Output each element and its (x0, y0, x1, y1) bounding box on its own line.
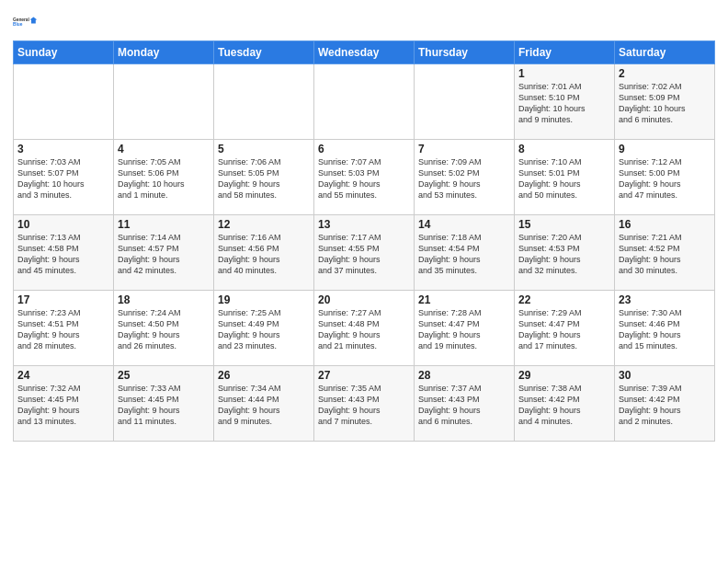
day-info: Sunrise: 7:06 AM Sunset: 5:05 PM Dayligh… (218, 156, 310, 201)
day-cell (14, 64, 114, 140)
day-info: Sunrise: 7:32 AM Sunset: 4:45 PM Dayligh… (17, 383, 109, 428)
day-info: Sunrise: 7:17 AM Sunset: 4:55 PM Dayligh… (318, 232, 410, 277)
day-cell: 2Sunrise: 7:02 AM Sunset: 5:09 PM Daylig… (615, 64, 715, 140)
day-cell: 15Sunrise: 7:20 AM Sunset: 4:53 PM Dayli… (515, 215, 615, 291)
day-info: Sunrise: 7:21 AM Sunset: 4:52 PM Dayligh… (619, 232, 711, 277)
day-cell: 13Sunrise: 7:17 AM Sunset: 4:55 PM Dayli… (314, 215, 415, 291)
day-cell: 12Sunrise: 7:16 AM Sunset: 4:56 PM Dayli… (214, 215, 314, 291)
day-info: Sunrise: 7:20 AM Sunset: 4:53 PM Dayligh… (518, 232, 610, 277)
day-info: Sunrise: 7:16 AM Sunset: 4:56 PM Dayligh… (218, 232, 310, 277)
day-info: Sunrise: 7:30 AM Sunset: 4:46 PM Dayligh… (619, 307, 711, 352)
page-header: General Blue (13, 9, 715, 35)
day-cell: 30Sunrise: 7:39 AM Sunset: 4:42 PM Dayli… (615, 366, 715, 442)
day-info: Sunrise: 7:03 AM Sunset: 5:07 PM Dayligh… (17, 156, 109, 201)
week-row-4: 17Sunrise: 7:23 AM Sunset: 4:51 PM Dayli… (14, 291, 715, 366)
calendar-table: SundayMondayTuesdayWednesdayThursdayFrid… (13, 40, 715, 442)
day-number: 15 (518, 218, 610, 231)
day-number: 17 (17, 293, 109, 306)
day-number: 27 (318, 369, 410, 382)
svg-text:Blue: Blue (13, 22, 23, 27)
day-number: 18 (118, 293, 210, 306)
weekday-header-sunday: Sunday (14, 41, 114, 64)
day-cell: 6Sunrise: 7:07 AM Sunset: 5:03 PM Daylig… (314, 140, 415, 215)
day-info: Sunrise: 7:01 AM Sunset: 5:10 PM Dayligh… (518, 81, 610, 126)
day-number: 6 (318, 143, 410, 155)
day-number: 20 (318, 293, 410, 306)
day-info: Sunrise: 7:39 AM Sunset: 4:42 PM Dayligh… (619, 383, 711, 428)
day-cell: 9Sunrise: 7:12 AM Sunset: 5:00 PM Daylig… (615, 140, 715, 215)
day-info: Sunrise: 7:35 AM Sunset: 4:43 PM Dayligh… (318, 383, 410, 428)
weekday-header-friday: Friday (515, 41, 615, 64)
day-info: Sunrise: 7:34 AM Sunset: 4:44 PM Dayligh… (218, 383, 310, 428)
day-cell: 19Sunrise: 7:25 AM Sunset: 4:49 PM Dayli… (214, 291, 314, 366)
day-number: 22 (518, 293, 610, 306)
day-info: Sunrise: 7:18 AM Sunset: 4:54 PM Dayligh… (418, 232, 510, 277)
day-info: Sunrise: 7:09 AM Sunset: 5:02 PM Dayligh… (418, 156, 510, 201)
week-row-3: 10Sunrise: 7:13 AM Sunset: 4:58 PM Dayli… (14, 215, 715, 291)
day-info: Sunrise: 7:37 AM Sunset: 4:43 PM Dayligh… (418, 383, 510, 428)
page-container: General Blue SundayMondayTuesdayWednesda… (0, 0, 728, 447)
day-cell: 4Sunrise: 7:05 AM Sunset: 5:06 PM Daylig… (114, 140, 214, 215)
weekday-header-row: SundayMondayTuesdayWednesdayThursdayFrid… (14, 41, 715, 64)
day-cell (314, 64, 415, 140)
weekday-header-monday: Monday (114, 41, 214, 64)
svg-text:General: General (13, 17, 29, 22)
day-cell: 5Sunrise: 7:06 AM Sunset: 5:05 PM Daylig… (214, 140, 314, 215)
day-cell: 1Sunrise: 7:01 AM Sunset: 5:10 PM Daylig… (515, 64, 615, 140)
day-cell: 10Sunrise: 7:13 AM Sunset: 4:58 PM Dayli… (14, 215, 114, 291)
day-cell: 22Sunrise: 7:29 AM Sunset: 4:47 PM Dayli… (515, 291, 615, 366)
day-cell: 26Sunrise: 7:34 AM Sunset: 4:44 PM Dayli… (214, 366, 314, 442)
day-cell: 29Sunrise: 7:38 AM Sunset: 4:42 PM Dayli… (515, 366, 615, 442)
day-number: 28 (418, 369, 510, 382)
day-cell: 27Sunrise: 7:35 AM Sunset: 4:43 PM Dayli… (314, 366, 415, 442)
day-info: Sunrise: 7:24 AM Sunset: 4:50 PM Dayligh… (118, 307, 210, 352)
day-info: Sunrise: 7:28 AM Sunset: 4:47 PM Dayligh… (418, 307, 510, 352)
day-number: 19 (218, 293, 310, 306)
day-number: 2 (619, 67, 711, 80)
day-cell: 25Sunrise: 7:33 AM Sunset: 4:45 PM Dayli… (114, 366, 214, 442)
day-number: 29 (518, 369, 610, 382)
day-number: 23 (619, 293, 711, 306)
day-number: 21 (418, 293, 510, 306)
day-number: 13 (318, 218, 410, 231)
day-cell: 3Sunrise: 7:03 AM Sunset: 5:07 PM Daylig… (14, 140, 114, 215)
day-info: Sunrise: 7:33 AM Sunset: 4:45 PM Dayligh… (118, 383, 210, 428)
day-number: 7 (418, 143, 510, 155)
week-row-2: 3Sunrise: 7:03 AM Sunset: 5:07 PM Daylig… (14, 140, 715, 215)
day-info: Sunrise: 7:02 AM Sunset: 5:09 PM Dayligh… (619, 81, 711, 126)
day-number: 25 (118, 369, 210, 382)
day-number: 3 (17, 143, 109, 155)
day-number: 11 (118, 218, 210, 231)
day-number: 8 (518, 143, 610, 155)
day-cell: 7Sunrise: 7:09 AM Sunset: 5:02 PM Daylig… (415, 140, 515, 215)
day-cell: 23Sunrise: 7:30 AM Sunset: 4:46 PM Dayli… (615, 291, 715, 366)
day-cell: 18Sunrise: 7:24 AM Sunset: 4:50 PM Dayli… (114, 291, 214, 366)
day-number: 16 (619, 218, 711, 231)
day-number: 9 (619, 143, 711, 155)
day-cell: 11Sunrise: 7:14 AM Sunset: 4:57 PM Dayli… (114, 215, 214, 291)
day-info: Sunrise: 7:25 AM Sunset: 4:49 PM Dayligh… (218, 307, 310, 352)
weekday-header-wednesday: Wednesday (314, 41, 415, 64)
logo-icon: General Blue (13, 9, 39, 35)
weekday-header-tuesday: Tuesday (214, 41, 314, 64)
day-number: 4 (118, 143, 210, 155)
day-cell: 28Sunrise: 7:37 AM Sunset: 4:43 PM Dayli… (415, 366, 515, 442)
weekday-header-saturday: Saturday (615, 41, 715, 64)
day-cell: 20Sunrise: 7:27 AM Sunset: 4:48 PM Dayli… (314, 291, 415, 366)
day-cell: 8Sunrise: 7:10 AM Sunset: 5:01 PM Daylig… (515, 140, 615, 215)
day-number: 1 (518, 67, 610, 80)
day-number: 30 (619, 369, 711, 382)
day-info: Sunrise: 7:14 AM Sunset: 4:57 PM Dayligh… (118, 232, 210, 277)
day-info: Sunrise: 7:10 AM Sunset: 5:01 PM Dayligh… (518, 156, 610, 201)
day-number: 5 (218, 143, 310, 155)
day-cell: 24Sunrise: 7:32 AM Sunset: 4:45 PM Dayli… (14, 366, 114, 442)
logo: General Blue (13, 9, 39, 35)
day-number: 12 (218, 218, 310, 231)
day-cell: 16Sunrise: 7:21 AM Sunset: 4:52 PM Dayli… (615, 215, 715, 291)
day-info: Sunrise: 7:27 AM Sunset: 4:48 PM Dayligh… (318, 307, 410, 352)
day-cell (114, 64, 214, 140)
day-info: Sunrise: 7:05 AM Sunset: 5:06 PM Dayligh… (118, 156, 210, 201)
day-info: Sunrise: 7:12 AM Sunset: 5:00 PM Dayligh… (619, 156, 711, 201)
day-info: Sunrise: 7:07 AM Sunset: 5:03 PM Dayligh… (318, 156, 410, 201)
day-info: Sunrise: 7:29 AM Sunset: 4:47 PM Dayligh… (518, 307, 610, 352)
